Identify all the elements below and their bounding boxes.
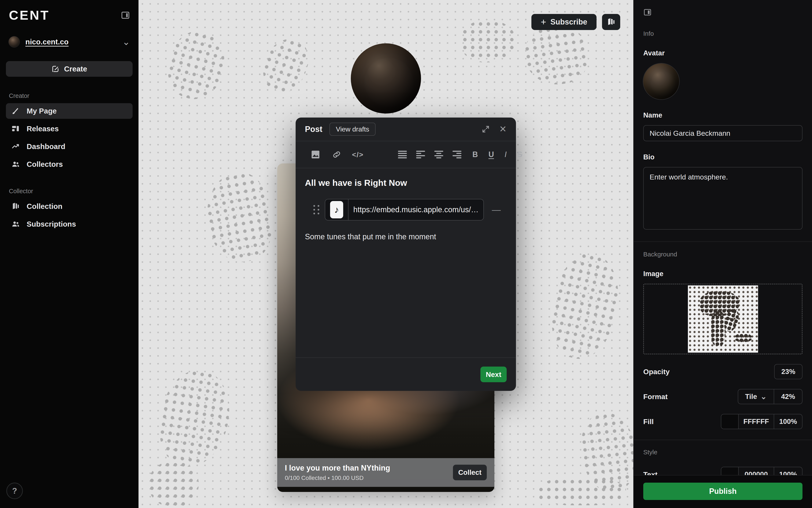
profile-avatar[interactable] [351,43,421,114]
post-modal-header: Post View drafts ✕ [296,118,516,141]
opacity-row: Opacity 23% [643,364,803,379]
music-embed-icon-cell: ♪ [325,199,349,220]
cent-logo: CENT [9,8,50,23]
opacity-input[interactable]: 23% [774,364,803,379]
halftone-cluster [161,26,232,105]
insert-group: </> [311,150,362,159]
sidebar-item-label: Dashboard [27,142,65,151]
chevron-down-icon: ⌄ [760,395,767,398]
format-controls: Tile ⌄ 42% [738,389,803,404]
edit-icon [51,65,59,73]
fill-label: Fill [643,418,654,426]
chevron-down-icon[interactable]: ⌄ [122,40,130,44]
expand-icon[interactable] [482,125,490,133]
insert-code-button[interactable]: </> [353,150,362,159]
image-field-label: Image [643,270,803,278]
account-switcher[interactable]: nico.cent.co ⌄ [6,36,132,48]
sidebar-item-dashboard[interactable]: Dashboard [6,139,132,154]
collection-flag-icon [607,17,616,27]
page-actions: + Subscribe [531,14,620,30]
embed-url-text[interactable]: https://embed.music.apple.com/us/… [349,199,483,220]
sidebar: CENT nico.cent.co ⌄ Create Creator [0,0,138,508]
info-section-label: Info [643,30,803,37]
post-editor-body[interactable]: All we have is Right Now ♪ https://embed… [296,168,516,357]
publish-button[interactable]: Publish [643,482,803,500]
apple-music-icon: ♪ [330,201,343,218]
help-button[interactable]: ? [6,482,23,499]
release-meta: I love you more than NYthing 0/100 Colle… [285,464,390,481]
strikethrough-button[interactable]: S [517,150,522,159]
insert-image-button[interactable] [311,150,320,159]
account-handle[interactable]: nico.cent.co [26,38,69,46]
sidebar-item-my-page[interactable]: My Page [6,103,132,119]
music-embed-field[interactable]: ♪ https://embed.music.apple.com/us/… [325,199,484,220]
sidebar-item-label: Subscriptions [27,220,76,228]
collection-button[interactable] [602,14,620,30]
section-divider [634,440,812,440]
align-justify-button[interactable] [398,151,407,158]
collector-nav: Collection Subscriptions [6,199,132,232]
close-icon[interactable]: ✕ [499,125,506,134]
plus-icon: + [541,17,546,27]
sidebar-item-collectors[interactable]: Collectors [6,157,132,172]
modal-title: Post [305,125,322,134]
next-button[interactable]: Next [480,367,506,382]
avatar-preview[interactable] [643,64,679,99]
remove-embed-button[interactable]: — [492,205,501,214]
trending-up-icon [11,142,20,151]
post-body-text[interactable]: Some tunes that put me in the moment [305,232,506,241]
align-right-button[interactable] [452,151,461,158]
create-button[interactable]: Create [6,61,132,77]
sidebar-item-releases[interactable]: Releases [6,121,132,136]
collector-section-label: Collector [9,188,132,195]
align-left-button[interactable] [416,151,425,158]
insert-link-button[interactable] [332,150,341,159]
fill-opacity-input[interactable]: 100% [774,414,802,429]
format-select[interactable]: Tile ⌄ [738,389,774,404]
sidebar-collapse-icon[interactable] [121,10,130,20]
background-section-label: Background [643,251,803,258]
halftone-cluster [461,20,516,62]
fill-controls: FFFFFF 100% [721,414,803,429]
releases-icon [11,125,20,133]
alignment-group [398,151,461,158]
panel-collapse-icon[interactable] [643,8,652,16]
post-modal-footer: Next [296,357,516,391]
fill-color-swatch[interactable] [721,414,738,429]
background-image-dropzone[interactable] [643,284,803,354]
thumbnail-cluster [711,311,726,347]
name-input[interactable] [643,125,803,141]
creator-section-label: Creator [9,92,132,99]
background-image-thumbnail [688,285,758,353]
underline-button[interactable]: U [488,150,494,159]
halftone-cluster [537,478,626,505]
sidebar-item-label: Collectors [27,160,63,168]
page-preview-canvas: + Subscribe I love you more than NYthing… [138,0,633,508]
release-stats: 0/100 Collected • 100.00 USD [285,475,390,481]
collect-button[interactable]: Collect [453,465,487,480]
bio-textarea[interactable]: Enter world atmosphere. [643,167,803,229]
sidebar-item-collection[interactable]: Collection [6,199,132,214]
view-drafts-button[interactable]: View drafts [329,123,375,136]
align-center-button[interactable] [434,151,443,158]
create-button-label: Create [64,65,87,73]
italic-button[interactable]: I [504,150,506,159]
bold-button[interactable]: B [473,150,478,159]
users-icon [11,160,20,168]
post-title-text[interactable]: All we have is Right Now [305,178,506,188]
format-scale-input[interactable]: 42% [774,389,802,404]
inspector-panel: Info Avatar Name Bio Enter world atmosph… [633,0,812,508]
halftone-cluster [200,168,278,267]
halftone-cluster [256,33,315,99]
fill-hex-input[interactable]: FFFFFF [738,414,774,429]
paintbrush-icon [11,107,20,115]
question-mark-icon: ? [12,486,17,496]
bio-field-label: Bio [643,153,803,161]
post-modal: Post View drafts ✕ [296,118,516,391]
drag-handle[interactable] [313,205,319,214]
collection-flag-icon [11,202,20,211]
music-embed-block: ♪ https://embed.music.apple.com/us/… — [305,199,506,220]
link-icon [332,150,341,159]
subscribe-button[interactable]: + Subscribe [531,14,597,30]
sidebar-item-subscriptions[interactable]: Subscriptions [6,216,132,232]
